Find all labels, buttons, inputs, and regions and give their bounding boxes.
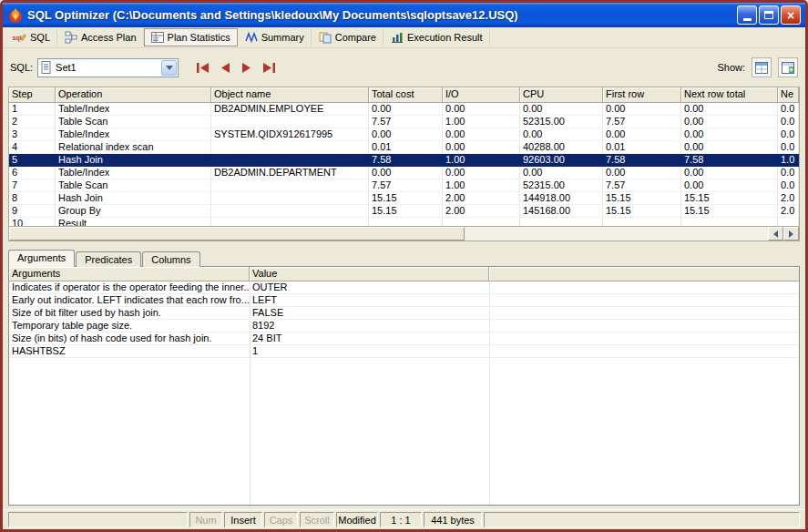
combobox-dropdown-button[interactable] xyxy=(161,60,177,76)
horizontal-scrollbar[interactable] xyxy=(9,226,799,240)
grid-cell[interactable] xyxy=(211,192,369,205)
grid-cell[interactable]: 2 xyxy=(9,116,56,128)
grid-cell[interactable] xyxy=(443,218,520,226)
tab-summary[interactable]: Summary xyxy=(238,28,312,46)
title-bar[interactable]: SQL Optimizer (C:\Documents and Settings… xyxy=(3,3,805,27)
grid-cell[interactable]: 0.00 xyxy=(369,167,443,179)
grid-cell[interactable]: 0.00 xyxy=(681,103,778,116)
grid-cell[interactable]: 15.15 xyxy=(681,205,778,218)
grid-cell[interactable]: 0.0 xyxy=(778,167,799,179)
grid-cell[interactable]: 0.00 xyxy=(520,167,603,179)
grid-cell[interactable]: DB2ADMIN.EMPLOYEE xyxy=(211,103,369,116)
table-row[interactable]: 4Relational index scan0.010.0040288.000.… xyxy=(9,141,799,154)
table-row[interactable]: 5Hash Join7.581.0092603.007.587.581.0 xyxy=(9,154,799,167)
grid-cell[interactable]: 7.58 xyxy=(369,154,443,167)
close-button[interactable]: × xyxy=(781,5,801,25)
detail-column-header-value[interactable]: Value xyxy=(250,267,489,281)
grid-cell[interactable]: 8 xyxy=(9,192,56,205)
scroll-left-button[interactable] xyxy=(768,227,783,240)
grid-cell[interactable] xyxy=(211,179,369,192)
tab-access-plan[interactable]: Access Plan xyxy=(57,28,144,46)
grid-cell[interactable]: 0.00 xyxy=(603,103,681,116)
grid-cell[interactable]: 3 xyxy=(9,128,56,141)
grid-cell[interactable]: 0.00 xyxy=(443,128,520,141)
list-item[interactable]: HASHTBSZ1 xyxy=(9,345,799,358)
grid-cell[interactable]: Table/Index xyxy=(56,167,211,179)
grid-cell[interactable]: 4 xyxy=(9,141,56,154)
grid-cell[interactable] xyxy=(211,116,369,128)
show-tree-button[interactable] xyxy=(778,57,798,77)
grid-cell[interactable]: 0.00 xyxy=(520,128,603,141)
grid-cell[interactable]: 0.00 xyxy=(603,128,681,141)
list-item[interactable]: Size (in bits) of hash code used for has… xyxy=(9,332,799,345)
scrollbar-thumb[interactable] xyxy=(9,227,465,240)
grid-cell[interactable]: 1.00 xyxy=(443,179,520,192)
grid-cell[interactable]: DB2ADMIN.DEPARTMENT xyxy=(211,167,369,179)
grid-cell[interactable] xyxy=(520,218,603,226)
detail-tab-columns[interactable]: Columns xyxy=(142,251,199,267)
column-header-operation[interactable]: Operation xyxy=(56,87,211,103)
grid-cell[interactable] xyxy=(211,141,369,154)
grid-cell[interactable]: 0.00 xyxy=(369,103,443,116)
grid-cell[interactable]: 40288.00 xyxy=(520,141,603,154)
grid-cell[interactable]: 6 xyxy=(9,167,56,179)
grid-cell[interactable]: Table Scan xyxy=(56,179,211,192)
grid-cell[interactable]: 2.0 xyxy=(778,192,799,205)
table-row[interactable]: 10Result xyxy=(9,218,799,226)
grid-cell[interactable] xyxy=(681,218,778,226)
grid-cell[interactable]: 15.15 xyxy=(369,205,443,218)
grid-cell[interactable] xyxy=(211,205,369,218)
list-item[interactable]: Size of bit filter used by hash join.FAL… xyxy=(9,307,799,320)
grid-cell[interactable] xyxy=(211,154,369,167)
grid-cell[interactable]: 0.00 xyxy=(681,141,778,154)
table-row[interactable]: 2Table Scan7.571.0052315.007.570.000.0 xyxy=(9,116,799,128)
grid-cell[interactable]: 2.00 xyxy=(443,205,520,218)
grid-cell[interactable]: Relational index scan xyxy=(56,141,211,154)
first-step-button[interactable] xyxy=(192,57,214,77)
column-header-next-row-total[interactable]: Next row total xyxy=(681,87,778,103)
show-grid-button[interactable] xyxy=(752,57,772,77)
table-row[interactable]: 1Table/IndexDB2ADMIN.EMPLOYEE0.000.000.0… xyxy=(9,103,799,116)
grid-cell[interactable]: 7.57 xyxy=(603,179,681,192)
detail-column-header-arguments[interactable]: Arguments xyxy=(9,267,250,281)
table-row[interactable]: 9Group By15.152.00145168.0015.1515.152.0 xyxy=(9,205,799,218)
tab-sql[interactable]: sqlSQL xyxy=(5,28,57,46)
table-row[interactable]: 8Hash Join15.152.00144918.0015.1515.152.… xyxy=(9,192,799,205)
grid-cell[interactable]: 7.57 xyxy=(369,116,443,128)
table-row[interactable]: 7Table Scan7.571.0052315.007.570.000.0 xyxy=(9,179,799,192)
grid-cell[interactable]: 7.58 xyxy=(681,154,778,167)
list-item[interactable]: Indicates if operator is the operator fe… xyxy=(9,281,799,294)
column-header-first-row[interactable]: First row xyxy=(603,87,681,103)
column-header-step[interactable]: Step xyxy=(9,87,56,103)
grid-cell[interactable]: Table/Index xyxy=(56,103,211,116)
column-header-cpu[interactable]: CPU xyxy=(520,87,603,103)
grid-cell[interactable]: 0.0 xyxy=(778,179,799,192)
grid-cell[interactable]: 0.00 xyxy=(681,179,778,192)
grid-cell[interactable]: Hash Join xyxy=(56,154,211,167)
column-header-total-cost[interactable]: Total cost xyxy=(369,87,443,103)
grid-cell[interactable]: 0.00 xyxy=(443,141,520,154)
table-row[interactable]: 3Table/IndexSYSTEM.QIDX9126179950.000.00… xyxy=(9,128,799,141)
list-item[interactable]: Early out indicator. LEFT indicates that… xyxy=(9,294,799,307)
grid-cell[interactable]: Group By xyxy=(56,205,211,218)
grid-cell[interactable] xyxy=(211,218,369,226)
maximize-button[interactable] xyxy=(759,5,779,25)
grid-cell[interactable]: 1.00 xyxy=(443,154,520,167)
tab-compare[interactable]: Compare xyxy=(312,28,384,46)
table-row[interactable]: 6Table/IndexDB2ADMIN.DEPARTMENT0.000.000… xyxy=(9,167,799,179)
grid-cell[interactable]: Table/Index xyxy=(56,128,211,141)
detail-tab-predicates[interactable]: Predicates xyxy=(76,251,141,267)
next-step-button[interactable] xyxy=(236,57,258,77)
grid-cell[interactable]: SYSTEM.QIDX912617995 xyxy=(211,128,369,141)
grid-cell[interactable]: 7.57 xyxy=(603,116,681,128)
grid-cell[interactable]: 0.00 xyxy=(603,167,681,179)
grid-cell[interactable]: 0.00 xyxy=(681,128,778,141)
minimize-button[interactable] xyxy=(737,5,757,25)
grid-cell[interactable]: 0.00 xyxy=(443,167,520,179)
grid-cell[interactable] xyxy=(369,218,443,226)
detail-column-header-blank[interactable] xyxy=(489,267,799,281)
previous-step-button[interactable] xyxy=(214,57,236,77)
column-header-i-o[interactable]: I/O xyxy=(443,87,520,103)
grid-cell[interactable]: 0.0 xyxy=(778,103,799,116)
grid-cell[interactable]: 2.00 xyxy=(443,192,520,205)
